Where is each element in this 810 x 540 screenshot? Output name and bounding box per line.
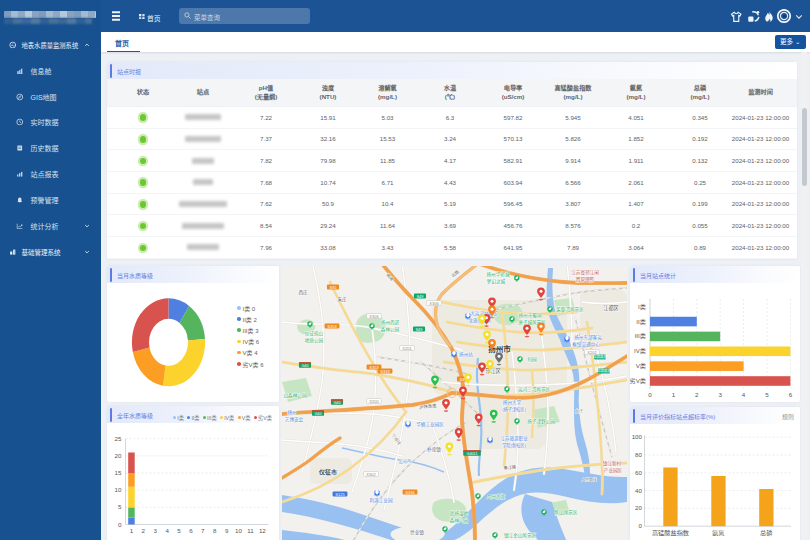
svg-text:利浦工业园: 利浦工业园	[370, 497, 393, 504]
svg-text:劣V类: 劣V类	[630, 377, 646, 385]
svg-text:置管理所: 置管理所	[576, 276, 595, 283]
svg-text:II类: II类	[636, 318, 646, 326]
svg-text:X202: X202	[587, 350, 597, 355]
svg-text:V类: V类	[636, 362, 646, 370]
svg-text:X201: X201	[402, 346, 412, 351]
svg-text:扬州市蜀冈: 扬州市蜀冈	[519, 312, 542, 319]
svg-text:G40: G40	[314, 412, 321, 416]
svg-text:华摘工业园区: 华摘工业园区	[416, 421, 444, 428]
svg-text:(扬子津校区): (扬子津校区)	[502, 406, 526, 413]
svg-text:G4011: G4011	[466, 452, 477, 456]
svg-text:氨氮: 氨氮	[712, 529, 724, 537]
svg-text:1: 1	[130, 527, 134, 534]
svg-text:100: 100	[632, 433, 643, 440]
svg-text:艺博览会: 艺博览会	[285, 416, 304, 423]
svg-text:镇江金山风景区: 镇江金山风景区	[504, 532, 537, 539]
svg-text:60: 60	[635, 469, 642, 476]
svg-text:S353: S353	[369, 365, 379, 370]
svg-text:S336: S336	[405, 490, 415, 495]
svg-text:扬州西郊: 扬州西郊	[381, 319, 400, 326]
svg-text:扬州: 扬州	[287, 409, 297, 416]
svg-text:S49: S49	[416, 294, 424, 299]
svg-text:2: 2	[142, 527, 146, 534]
svg-text:森林公园: 森林公园	[450, 517, 469, 524]
svg-text:瓜州古渡: 瓜州古渡	[487, 493, 506, 500]
svg-text:S49: S49	[415, 327, 423, 332]
svg-text:0: 0	[648, 391, 652, 398]
svg-text:扬子津野公园: 扬子津野公园	[527, 418, 555, 425]
svg-text:太汗: 太汗	[575, 408, 583, 414]
svg-text:高锰酸盐指数: 高锰酸盐指数	[652, 529, 690, 537]
svg-text:IV类: IV类	[634, 347, 646, 355]
svg-text:扬州站: 扬州站	[459, 351, 473, 358]
svg-text:5: 5	[177, 527, 181, 534]
svg-text:何园: 何园	[527, 356, 537, 363]
svg-text:地质公园: 地质公园	[305, 337, 324, 344]
svg-text:枢纽交通中心: 枢纽交通中心	[572, 341, 600, 348]
svg-text:10: 10	[115, 486, 122, 493]
svg-text:2: 2	[695, 391, 699, 398]
svg-text:仪征市: 仪征市	[318, 468, 337, 476]
svg-text:6: 6	[189, 527, 193, 534]
svg-text:江都区: 江都区	[603, 305, 619, 312]
svg-text:80: 80	[635, 451, 642, 458]
svg-text:X205: X205	[369, 399, 379, 404]
svg-text:5: 5	[118, 503, 122, 510]
svg-text:仪禄高速: 仪禄高速	[593, 354, 607, 359]
svg-text:总磷: 总磷	[760, 529, 772, 537]
svg-text:3: 3	[154, 527, 158, 534]
svg-text:润扬湿地: 润扬湿地	[450, 510, 469, 517]
svg-text:扬州大学: 扬州大学	[503, 399, 522, 406]
svg-text:1: 1	[672, 391, 676, 398]
svg-text:0: 0	[118, 521, 122, 528]
svg-text:梦幻之城: 梦幻之城	[487, 278, 506, 285]
svg-text:III类: III类	[635, 332, 646, 340]
svg-text:25: 25	[115, 435, 122, 442]
svg-text:7: 7	[201, 527, 205, 534]
svg-text:焦山风景区: 焦山风景区	[555, 509, 578, 516]
svg-text:12: 12	[259, 527, 266, 534]
svg-text:3: 3	[718, 391, 722, 398]
svg-text:G40: G40	[333, 401, 340, 405]
svg-text:X306: X306	[429, 301, 439, 306]
svg-text:S333: S333	[380, 369, 390, 374]
svg-text:8: 8	[213, 527, 217, 534]
svg-text:11: 11	[247, 527, 254, 534]
svg-text:朴席镇: 朴席镇	[427, 446, 441, 453]
svg-text:40: 40	[635, 487, 642, 494]
svg-text:I类: I类	[638, 303, 646, 311]
svg-text:仪征捺山: 仪征捺山	[305, 330, 324, 337]
svg-text:0: 0	[639, 522, 643, 529]
svg-text:5: 5	[765, 391, 769, 398]
svg-text:朱庄: 朱庄	[337, 296, 347, 303]
svg-text:邗江区: 邗江区	[485, 367, 501, 375]
svg-text:运河三湾风景区: 运河三湾风景区	[518, 386, 551, 393]
svg-text:森林公园: 森林公园	[381, 326, 400, 333]
svg-text:4: 4	[742, 391, 746, 398]
svg-text:仪禄高速: 仪禄高速	[597, 368, 611, 373]
svg-text:X306: X306	[369, 314, 379, 319]
svg-text:6: 6	[789, 391, 793, 398]
svg-text:4: 4	[165, 527, 169, 534]
svg-text:15: 15	[115, 469, 122, 476]
svg-text:西庄: 西庄	[298, 289, 308, 296]
svg-text:X302: X302	[366, 472, 376, 477]
svg-text:江苏省邗江闲: 江苏省邗江闲	[571, 269, 599, 276]
svg-text:镇江新村: 镇江新村	[603, 460, 622, 467]
svg-text:茱萸湾风景区: 茱萸湾风景区	[556, 306, 584, 313]
svg-text:S35: S35	[329, 285, 337, 290]
svg-text:S125: S125	[335, 492, 345, 497]
svg-text:学院(新校区): 学院(新校区)	[502, 442, 526, 449]
svg-text:扬州华侨城: 扬州华侨城	[487, 271, 510, 278]
svg-text:20: 20	[115, 452, 122, 459]
svg-text:江苏旅游职业: 江苏旅游职业	[500, 435, 528, 442]
svg-text:扬州东部客运: 扬州东部客运	[574, 334, 602, 341]
svg-text:人民圆线: 人民圆线	[581, 477, 596, 482]
svg-text:G40: G40	[301, 364, 308, 368]
svg-text:产业园区: 产业园区	[604, 467, 623, 474]
svg-text:9: 9	[225, 527, 229, 534]
svg-text:S353: S353	[327, 324, 337, 329]
svg-text:10: 10	[235, 527, 242, 534]
svg-text:世业镇: 世业镇	[410, 529, 424, 536]
svg-text:山森林公园: 山森林公园	[284, 392, 307, 399]
